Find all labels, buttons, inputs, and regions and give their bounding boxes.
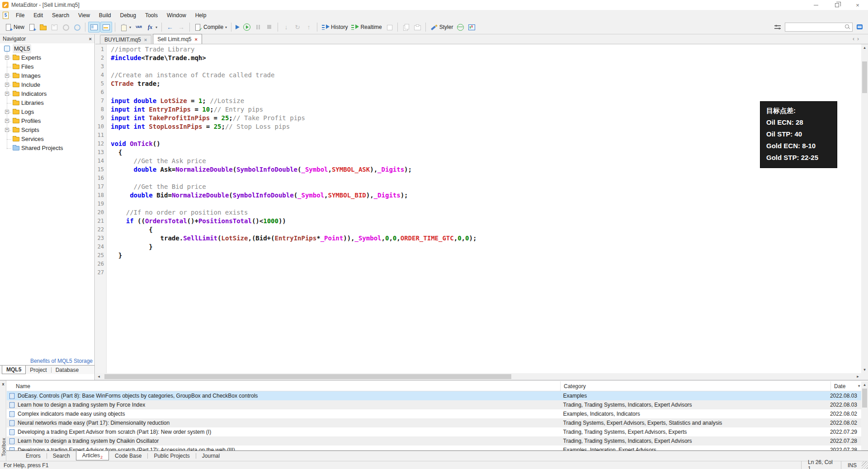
history-test-button[interactable]: History xyxy=(320,22,349,33)
storage-activate-button[interactable] xyxy=(71,22,82,33)
toolbox-tab-errors[interactable]: Errors xyxy=(20,451,47,461)
tree-item-profiles[interactable]: +Profiles xyxy=(0,117,94,126)
search-settings-button[interactable] xyxy=(772,22,783,33)
editor-vertical-scrollbar[interactable]: ▴ ▾ xyxy=(861,44,868,373)
expand-plus-icon[interactable]: + xyxy=(5,110,9,114)
editor-tab-buylimit-mq5[interactable]: BUYLIMIT.mq5× xyxy=(100,35,151,44)
compile-button[interactable]: Compile▾ xyxy=(193,22,228,33)
navigator-tab-project[interactable]: Project xyxy=(26,366,51,374)
tree-item-logs[interactable]: +Logs xyxy=(0,108,94,117)
mql5-community-button[interactable] xyxy=(455,22,466,33)
column-header-date[interactable]: Date▼ xyxy=(831,381,861,391)
scroll-right-icon[interactable]: ▸ xyxy=(854,373,861,380)
copy-button[interactable] xyxy=(401,22,411,33)
toolbox-close-icon[interactable]: x xyxy=(0,381,6,387)
expand-plus-icon[interactable]: + xyxy=(5,74,9,78)
tab-close-icon[interactable]: × xyxy=(144,38,147,42)
tree-item-files[interactable]: Files xyxy=(0,62,94,71)
scroll-up-icon[interactable]: ▴ xyxy=(861,44,868,51)
snippets-button[interactable]: ▾ xyxy=(118,22,132,33)
toolbox-tab-public-projects[interactable]: Public Projects xyxy=(148,451,195,461)
menu-item-edit[interactable]: Edit xyxy=(29,10,47,20)
vertical-scroll-thumb[interactable] xyxy=(862,61,867,93)
stop-button[interactable] xyxy=(264,22,275,33)
resize-grip[interactable] xyxy=(862,461,868,469)
storage-sync-button[interactable] xyxy=(60,22,71,33)
close-button[interactable]: × xyxy=(847,0,868,10)
scroll-up-icon[interactable]: ▴ xyxy=(861,381,868,388)
tree-item-services[interactable]: Services xyxy=(0,135,94,144)
save-button[interactable] xyxy=(49,22,60,33)
article-row[interactable]: Learn how to design a trading system by … xyxy=(7,436,861,446)
search-icon[interactable] xyxy=(844,23,852,31)
step-over-button[interactable]: ↻ xyxy=(292,22,303,33)
toolbox-tab-code-base[interactable]: Code Base xyxy=(109,451,147,461)
toolbar-search-input[interactable] xyxy=(785,23,853,32)
expand-plus-icon[interactable]: + xyxy=(5,119,9,123)
article-row[interactable]: Complex indicators made easy using objec… xyxy=(7,409,861,418)
toggle-navigator-button[interactable] xyxy=(88,22,100,33)
code-editor[interactable]: 1//import Trade Library2#include<Trade\T… xyxy=(95,44,861,373)
expand-plus-icon[interactable]: + xyxy=(5,56,9,60)
expand-plus-icon[interactable]: + xyxy=(5,92,9,96)
tree-item-scripts[interactable]: +Scripts xyxy=(0,126,94,135)
article-row[interactable]: Neural networks made easy (Part 17): Dim… xyxy=(7,418,861,427)
tab-close-icon[interactable]: × xyxy=(195,37,198,42)
scroll-left-icon[interactable]: ◂ xyxy=(95,373,102,380)
docs-button[interactable] xyxy=(854,22,865,33)
navigator-tab-mql5[interactable]: MQL5 xyxy=(2,366,26,374)
menu-item-view[interactable]: View xyxy=(74,10,94,20)
storage-benefits-link[interactable]: Benefits of MQL5 Storage xyxy=(0,357,93,365)
menu-item-search[interactable]: Search xyxy=(47,10,74,20)
toolbox-tab-articles[interactable]: Articles2 xyxy=(76,450,109,460)
pause-button[interactable] xyxy=(253,22,264,33)
article-row[interactable]: Learn how to design a trading system by … xyxy=(7,400,861,409)
minimize-button[interactable] xyxy=(806,0,826,10)
navigator-tab-database[interactable]: Database xyxy=(52,366,83,374)
articles-scroll-thumb[interactable] xyxy=(862,389,867,408)
articles-scrollbar[interactable]: ▴ xyxy=(861,381,868,450)
insert-function-button[interactable]: fx▾ xyxy=(145,22,159,33)
navigator-close-icon[interactable]: × xyxy=(89,36,92,42)
expand-plus-icon[interactable]: + xyxy=(5,83,9,87)
tab-scroll-right-icon[interactable]: › xyxy=(857,36,859,42)
open-button[interactable] xyxy=(38,22,48,33)
toolbox-tab-journal[interactable]: Journal xyxy=(196,451,226,461)
menu-item-debug[interactable]: Debug xyxy=(116,10,141,20)
step-out-button[interactable]: ↑ xyxy=(303,22,314,33)
screenshot-button[interactable] xyxy=(412,22,423,33)
terminal-button[interactable] xyxy=(466,22,477,33)
add-file-button[interactable] xyxy=(26,22,37,33)
toolbox-tab-search[interactable]: Search xyxy=(47,451,76,461)
realtime-test-button[interactable]: Realtime xyxy=(349,22,383,33)
tree-item-shared-projects[interactable]: Shared Projects xyxy=(0,144,94,153)
tree-item-indicators[interactable]: +Indicators xyxy=(0,89,94,98)
horizontal-scroll-thumb[interactable] xyxy=(104,374,511,379)
tree-item-experts[interactable]: +Experts xyxy=(0,53,94,62)
restore-button[interactable] xyxy=(826,0,847,10)
insert-variable-button[interactable]: VAR xyxy=(133,22,145,33)
tree-item-mql5[interactable]: MQL5 xyxy=(0,44,94,53)
toggle-toolbox-button[interactable] xyxy=(100,22,112,33)
article-row[interactable]: Developing a trading Expert Advisor from… xyxy=(7,427,861,436)
menu-item-build[interactable]: Build xyxy=(94,10,116,20)
menu-item-file[interactable]: File xyxy=(11,10,29,20)
tree-item-images[interactable]: +Images xyxy=(0,71,94,80)
menu-item-window[interactable]: Window xyxy=(162,10,191,20)
start-button[interactable] xyxy=(241,22,252,33)
article-row[interactable]: DoEasy. Controls (Part 8): Base WinForms… xyxy=(7,391,861,400)
navigate-forward-button[interactable]: → xyxy=(176,22,187,33)
tree-item-libraries[interactable]: Libraries xyxy=(0,98,94,108)
start-debug-button[interactable] xyxy=(234,22,241,33)
editor-horizontal-scrollbar[interactable]: ◂ ▸ xyxy=(95,373,861,380)
editor-tab-sell-limit-mq5[interactable]: Sell Limit.mq5× xyxy=(153,34,202,44)
navigate-back-button[interactable]: ← xyxy=(165,22,175,33)
tree-item-include[interactable]: +Include xyxy=(0,80,94,89)
menu-item-tools[interactable]: Tools xyxy=(141,10,162,20)
visual-mode-button[interactable] xyxy=(384,22,395,33)
column-header-name[interactable]: Name xyxy=(7,381,561,391)
scroll-down-icon[interactable]: ▾ xyxy=(861,366,868,373)
column-header-category[interactable]: Category xyxy=(561,381,831,391)
step-into-button[interactable]: ↓ xyxy=(281,22,292,33)
styler-button[interactable]: Styler xyxy=(429,22,455,33)
